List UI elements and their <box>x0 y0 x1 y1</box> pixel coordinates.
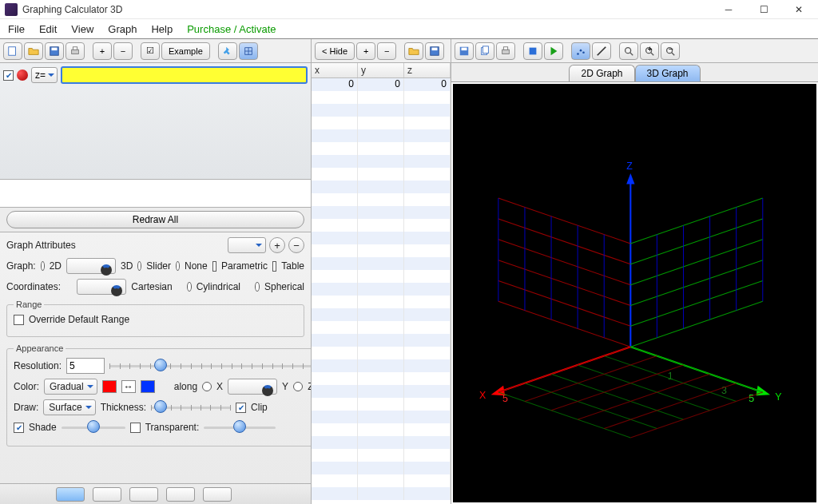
svg-point-21 <box>580 49 582 51</box>
svg-rect-14 <box>462 47 467 50</box>
color-swatch-1[interactable] <box>102 380 117 393</box>
check-icon[interactable]: ☑ <box>141 42 160 60</box>
hide-button[interactable]: < Hide <box>315 42 355 60</box>
color-mode-select[interactable]: Gradual <box>44 379 97 395</box>
coord-spherical-radio[interactable] <box>255 282 260 292</box>
example-button[interactable]: Example <box>161 42 210 60</box>
range-fieldset: Range Override Default Range <box>6 300 304 337</box>
function-enable-checkbox[interactable]: ✔ <box>3 70 14 81</box>
appearance-fieldset: Appearance Resolution: Color: Gradual ↔ <box>6 343 311 446</box>
resolution-slider[interactable] <box>109 359 311 373</box>
axis-y-label: Y <box>775 391 781 403</box>
thickness-slider[interactable] <box>151 400 231 415</box>
bottom-tab-2[interactable] <box>93 487 121 502</box>
color-swatch-2[interactable] <box>141 380 155 393</box>
rt-zoom-icon[interactable] <box>619 42 638 60</box>
svg-line-66 <box>551 374 683 419</box>
rt-stop-icon[interactable] <box>523 42 542 60</box>
col-y: y <box>358 63 404 77</box>
open-icon[interactable] <box>24 42 43 60</box>
status-strip <box>0 179 311 208</box>
new-icon[interactable] <box>3 42 22 60</box>
bottom-tab-5[interactable] <box>203 487 232 502</box>
rt-save-icon[interactable] <box>455 42 474 60</box>
mid-remove-button[interactable]: − <box>377 42 396 60</box>
rt-line-icon[interactable] <box>592 42 611 60</box>
graph-3d-radio[interactable] <box>66 258 116 274</box>
graph-2d-radio[interactable] <box>41 261 45 271</box>
table-checkbox[interactable] <box>272 261 276 272</box>
attr-add-button[interactable]: + <box>269 237 285 253</box>
svg-line-45 <box>498 240 630 285</box>
maximize-button[interactable]: ☐ <box>746 0 781 19</box>
data-table[interactable]: x y z 000 <box>312 63 451 504</box>
rt-play-icon[interactable] <box>544 42 563 60</box>
tab-3d-graph[interactable]: 3D Graph <box>635 65 701 81</box>
menu-graph[interactable]: Graph <box>108 23 137 35</box>
menu-help[interactable]: Help <box>151 23 173 35</box>
function-input[interactable] <box>61 66 308 84</box>
function-color-icon[interactable] <box>17 69 28 81</box>
svg-line-71 <box>604 383 736 429</box>
coord-cartesian-radio[interactable] <box>77 279 126 295</box>
attr-preset-select[interactable] <box>228 237 266 253</box>
resolution-input[interactable] <box>66 358 105 374</box>
attr-remove-button[interactable]: − <box>288 237 304 253</box>
rt-copy-icon[interactable] <box>475 42 494 60</box>
svg-rect-2 <box>52 47 58 50</box>
svg-line-57 <box>630 219 762 264</box>
remove-button[interactable]: − <box>113 42 133 60</box>
mid-open-icon[interactable] <box>404 42 423 60</box>
mid-add-button[interactable]: + <box>356 42 375 60</box>
pin-icon[interactable] <box>218 42 237 60</box>
svg-text:+: + <box>647 46 652 54</box>
clip-checkbox[interactable]: ✔ <box>236 403 246 413</box>
shade-slider[interactable] <box>62 420 125 435</box>
override-range-checkbox[interactable] <box>14 315 24 325</box>
close-button[interactable]: ✕ <box>781 0 816 19</box>
table-header: x y z <box>312 63 451 78</box>
parametric-checkbox[interactable] <box>212 261 216 272</box>
color-swap-icon[interactable]: ↔ <box>121 380 136 393</box>
svg-line-53 <box>630 301 762 347</box>
menu-file[interactable]: File <box>8 23 25 35</box>
print-icon[interactable] <box>66 42 85 60</box>
draw-mode-select[interactable]: Surface <box>43 399 95 415</box>
function-type-select[interactable]: z= <box>31 67 58 83</box>
resolution-label: Resolution: <box>14 360 62 371</box>
mid-save-icon[interactable] <box>425 42 444 60</box>
svg-line-64 <box>498 392 630 438</box>
bottom-tab-3[interactable] <box>129 487 158 502</box>
rt-zoom-out-icon[interactable]: − <box>661 42 680 60</box>
along-z-radio[interactable] <box>293 382 303 391</box>
along-y-radio[interactable] <box>228 379 277 395</box>
rt-scatter-icon[interactable] <box>571 42 590 60</box>
transparent-checkbox[interactable] <box>130 423 141 433</box>
svg-line-73 <box>551 365 683 411</box>
grid-icon[interactable] <box>239 42 258 60</box>
coord-cylindrical-radio[interactable] <box>187 282 192 292</box>
transparent-slider[interactable] <box>204 420 276 435</box>
graph-none-radio[interactable] <box>176 261 180 271</box>
svg-rect-3 <box>72 50 79 54</box>
rt-print-icon[interactable] <box>496 42 515 60</box>
rt-zoom-in-icon[interactable]: + <box>640 42 659 60</box>
plot-3d-viewport[interactable]: Z X 5 Y 5 3 1 <box>453 84 816 502</box>
menu-purchase[interactable]: Purchase / Activate <box>187 23 276 35</box>
axis-x-label: X <box>479 390 486 401</box>
along-x-radio[interactable] <box>202 382 212 391</box>
shade-checkbox[interactable]: ✔ <box>14 423 24 433</box>
bottom-tab-1[interactable] <box>56 487 85 502</box>
redraw-all-button[interactable]: Redraw All <box>6 211 304 228</box>
graph-label: Graph: <box>6 260 36 272</box>
add-button[interactable]: + <box>93 42 112 60</box>
app-icon <box>5 3 18 16</box>
tab-2d-graph[interactable]: 2D Graph <box>569 65 634 81</box>
svg-rect-16 <box>482 46 488 53</box>
menu-view[interactable]: View <box>71 23 93 35</box>
save-icon[interactable] <box>45 42 64 60</box>
minimize-button[interactable]: ─ <box>711 0 746 19</box>
bottom-tab-4[interactable] <box>166 487 195 502</box>
graph-slider-radio[interactable] <box>137 261 141 271</box>
menu-edit[interactable]: Edit <box>39 23 57 35</box>
